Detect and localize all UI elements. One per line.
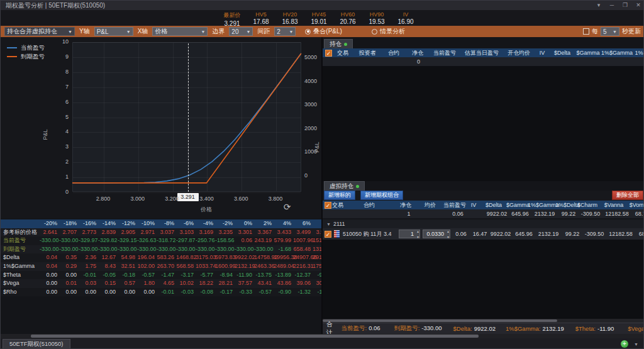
scenario-cell: -326.63 xyxy=(137,236,157,245)
collapse-caret-icon[interactable]: ▼ xyxy=(326,222,331,226)
overlay-pnl-radio[interactable]: 叠合(P&L) xyxy=(305,27,342,36)
chart-refresh-button[interactable]: ⟳ xyxy=(282,202,292,213)
stat-label: HV90 xyxy=(362,11,391,18)
scenario-cell: -13.75 xyxy=(254,271,274,280)
x-axis-select[interactable]: 价格▼ xyxy=(152,27,208,36)
chevron-down-icon: ▼ xyxy=(289,30,293,34)
scenario-col-header: -10% xyxy=(137,219,157,228)
y-axis-label: Y轴 xyxy=(79,27,90,36)
positions-summary-row: 0 xyxy=(323,57,644,66)
stat-value: 20.76 xyxy=(333,18,362,25)
total-value: 2132.19 xyxy=(542,325,564,332)
radio-dot-icon xyxy=(372,29,377,35)
price-cursor-line xyxy=(188,43,189,192)
boundary-select[interactable]: 20▼ xyxy=(229,27,253,36)
interval-label: 间距 xyxy=(257,27,270,36)
scenario-cell: 9922.02 xyxy=(235,253,254,262)
stats-list: 最新价3.291HV517.68HV2016.83HV4519.01HV6020… xyxy=(218,10,420,27)
scenario-cell: -318.72 xyxy=(157,236,176,245)
tab-virtual-positions[interactable]: 虚拟持仓 xyxy=(324,181,365,191)
position-mode-select[interactable]: 持仓合并虚拟持仓▼ xyxy=(4,27,75,36)
x-tick-label: 3.000 xyxy=(125,196,150,202)
scenario-cell: 14758.92 xyxy=(254,253,274,262)
y-axis-select[interactable]: P&L▼ xyxy=(94,27,133,36)
scenario-col-header: -8% xyxy=(157,219,176,228)
net-quantity-stepper[interactable]: 1 xyxy=(399,230,420,238)
scenario-cell: 37.57 xyxy=(235,279,254,288)
scenario-cell: 2463.36 xyxy=(254,262,274,271)
stat-label: HV20 xyxy=(275,11,304,18)
scenario-row-label: 到期盈亏 xyxy=(1,245,40,254)
close-icon[interactable]: ✕ xyxy=(635,2,642,8)
scenario-corner-cell xyxy=(1,219,40,228)
scenario-cell: -330.00 xyxy=(157,245,176,254)
virtual-group-row[interactable]: ▼ 2111 xyxy=(323,219,644,228)
avg-price-stepper[interactable]: 0.0330 xyxy=(423,230,450,238)
scenario-cell: 0.00 xyxy=(137,288,157,297)
stat-value: 16.83 xyxy=(275,18,304,25)
scenario-cell: 2.773 xyxy=(79,228,98,237)
cell-delta1: 99.22 xyxy=(562,231,582,237)
scenario-row-label: $Delta xyxy=(1,253,40,262)
scenario-analysis-radio[interactable]: 情景分析 xyxy=(372,27,405,36)
scenario-cell: 0.00 xyxy=(59,271,79,280)
total-item: $Vega:37.57 xyxy=(628,325,644,332)
stat-value: 19.53 xyxy=(362,18,391,25)
scenario-cell: 3.301 xyxy=(235,228,254,237)
row-checkbox[interactable]: ✓ xyxy=(325,231,331,238)
main-hscrollbar-thumb[interactable] xyxy=(31,335,479,338)
column-header: 1%$Gamma xyxy=(528,202,555,208)
tab-positions[interactable]: 持仓 xyxy=(324,39,353,48)
add-underlying-button[interactable]: 新增标的 xyxy=(324,191,355,200)
chevron-down-icon[interactable]: ▼ xyxy=(634,342,638,346)
volatility-stats-bar: 最新价3.291HV517.68HV2016.83HV4519.01HV6020… xyxy=(1,10,644,26)
menu-caret-icon[interactable]: ▾ xyxy=(595,2,602,8)
refresh-interval-select[interactable]: 5▼ xyxy=(601,27,619,36)
stat-label: HV60 xyxy=(333,11,362,18)
scenario-cell: -330.00 xyxy=(59,236,79,245)
minimize-icon[interactable]: ─ xyxy=(608,2,616,8)
x-tick-label: 2.800 xyxy=(91,196,116,202)
y-left-tick-label: 6 xyxy=(53,99,69,105)
scenario-cell: 568.58 xyxy=(176,262,196,271)
select-all-checkbox[interactable]: ✓ xyxy=(325,50,332,57)
cell-pnl: 0.06 xyxy=(450,231,472,237)
scenario-cell: -329.97 xyxy=(79,236,98,245)
scenario-cell: -5.77 xyxy=(196,271,215,280)
window-controls: ▾ ─ ❐ ✕ xyxy=(595,1,642,9)
virtual-hscrollbar-thumb[interactable] xyxy=(323,319,557,322)
scenario-cell: -0.18 xyxy=(118,271,137,280)
scenario-col-header: -6% xyxy=(176,219,196,228)
scenario-cell: -0.01 xyxy=(157,288,176,297)
column-header: $Gamma xyxy=(506,202,528,208)
column-header: 均价 xyxy=(417,201,443,209)
scenario-cell: 2.971 xyxy=(137,228,157,237)
scenario-cell: 32.51 xyxy=(118,262,137,271)
scenario-cell: 0.00 xyxy=(59,288,79,297)
scenario-cell: 0.00 xyxy=(40,279,59,288)
totals-row: 合计 当前盈亏:0.06到期盈亏:-330.00$Delta:9922.021%… xyxy=(323,323,644,334)
delete-all-button[interactable]: 删除全部 xyxy=(612,191,643,200)
scenario-cell: 0.00 xyxy=(98,288,118,297)
main-hscrollbar xyxy=(1,334,644,338)
y-left-tick-label: 1 xyxy=(53,174,69,180)
cell-vanna: 12182.58 xyxy=(606,231,635,237)
scenario-cell: 0.03 xyxy=(79,279,98,288)
select-all-checkbox[interactable]: ✓ xyxy=(325,202,331,209)
stat-label: IV xyxy=(391,11,420,18)
green-dot-icon xyxy=(344,43,347,46)
statusbar-tab-50etf[interactable]: 50ETF期权(510050) xyxy=(3,339,70,349)
pnl-expiry-line xyxy=(72,53,301,183)
scenario-cell: 10.02 xyxy=(176,279,196,288)
scenario-cell: 3175.03 xyxy=(196,253,215,262)
scenario-row: 1%$Gamma0.040.291.758.4332.51102.00263.7… xyxy=(1,262,321,271)
summary-cell: 9922.02 xyxy=(484,211,509,217)
auto-refresh-checkbox[interactable] xyxy=(583,28,589,35)
scenario-cell: -330.00 xyxy=(40,245,59,254)
summary-cell: 645.96 xyxy=(509,211,531,217)
add-option-combo-button[interactable]: 新增期权组合 xyxy=(360,191,403,200)
add-tab-button[interactable]: + xyxy=(621,340,628,348)
virtual-empty-area xyxy=(323,240,644,319)
maximize-icon[interactable]: ❐ xyxy=(621,2,629,8)
interval-select[interactable]: 2▼ xyxy=(274,27,296,36)
